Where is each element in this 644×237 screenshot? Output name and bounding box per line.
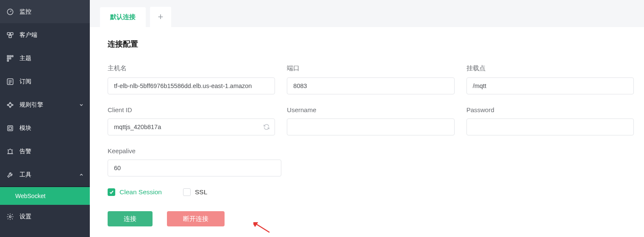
- sidebar-item-rule-engine[interactable]: 规则引擎: [0, 93, 90, 116]
- modules-icon: [6, 124, 14, 132]
- sidebar-item-label: 工具: [19, 171, 31, 179]
- input-client-id[interactable]: [108, 118, 275, 135]
- svg-rect-5: [7, 58, 8, 59]
- sidebar-item-tools[interactable]: 工具: [0, 163, 90, 186]
- sidebar-item-label: 监控: [19, 8, 31, 16]
- svg-rect-3: [9, 35, 11, 37]
- field-password: Password: [466, 106, 634, 135]
- label-client-id: Client ID: [108, 106, 275, 113]
- label-keepalive: Keepalive: [108, 147, 281, 154]
- sidebar-item-label: 模块: [19, 124, 31, 132]
- gauge-icon: [6, 8, 14, 16]
- tabs-bar: 默认连接 +: [90, 0, 644, 27]
- svg-rect-19: [9, 127, 11, 130]
- input-host[interactable]: [108, 77, 275, 94]
- checkbox-label: Clean Session: [119, 188, 162, 196]
- sidebar-item-monitor[interactable]: 监控: [0, 0, 90, 23]
- field-host: 主机名: [108, 64, 275, 94]
- checkbox-clean-session[interactable]: Clean Session: [108, 188, 162, 196]
- wrench-icon: [6, 171, 14, 179]
- chevron-up-icon: [79, 172, 84, 177]
- alarm-icon: [6, 147, 14, 156]
- section-title: 连接配置: [90, 39, 644, 49]
- field-client-id: Client ID: [108, 106, 275, 135]
- svg-point-15: [10, 102, 11, 104]
- svg-rect-9: [12, 55, 13, 57]
- network-icon: [6, 101, 14, 109]
- input-username[interactable]: [287, 118, 454, 135]
- sidebar-item-label: 主题: [19, 55, 31, 62]
- svg-line-22: [8, 149, 8, 150]
- clients-icon: [6, 31, 14, 39]
- chevron-down-icon: [79, 102, 84, 107]
- connection-panel: 连接配置 主机名 端口 挂载点 Client ID: [90, 27, 644, 237]
- sidebar-item-label: WebSocket: [15, 193, 45, 199]
- svg-rect-7: [10, 55, 11, 57]
- svg-point-24: [9, 215, 11, 218]
- sidebar-item-label: 告警: [19, 148, 31, 155]
- tab-default-connection[interactable]: 默认连接: [100, 7, 146, 27]
- checkbox-box-ssl: [183, 188, 191, 196]
- sidebar-item-clients[interactable]: 客户端: [0, 23, 90, 47]
- sidebar-item-subscriptions[interactable]: 订阅: [0, 70, 90, 93]
- sidebar-item-modules[interactable]: 模块: [0, 116, 90, 140]
- checkbox-box-clean-session: [108, 188, 115, 196]
- svg-point-14: [7, 104, 8, 105]
- svg-line-23: [12, 149, 13, 150]
- sidebar: 监控 客户端 主题 订阅 规则引擎 模块: [0, 0, 90, 237]
- gear-icon: [6, 212, 14, 221]
- input-password[interactable]: [466, 118, 634, 135]
- input-port[interactable]: [287, 77, 454, 94]
- sidebar-item-topics[interactable]: 主题: [0, 47, 90, 70]
- input-mountpoint[interactable]: [466, 77, 634, 94]
- checkbox-label: SSL: [195, 188, 207, 196]
- arrow-annotation-icon: [253, 222, 271, 234]
- sidebar-item-websocket[interactable]: WebSocket: [0, 186, 90, 205]
- svg-rect-18: [8, 126, 13, 131]
- label-port: 端口: [287, 64, 454, 72]
- sidebar-item-label: 客户端: [19, 31, 37, 39]
- svg-rect-6: [7, 60, 8, 61]
- input-keepalive[interactable]: [108, 160, 281, 176]
- svg-rect-2: [11, 33, 13, 35]
- svg-rect-4: [7, 55, 8, 57]
- label-host: 主机名: [108, 64, 275, 72]
- connect-button[interactable]: 连接: [108, 211, 153, 226]
- svg-rect-1: [7, 33, 10, 35]
- field-username: Username: [287, 106, 454, 135]
- field-mountpoint: 挂载点: [466, 64, 634, 94]
- sidebar-item-settings[interactable]: 设置: [0, 205, 90, 228]
- refresh-icon[interactable]: [263, 124, 270, 130]
- field-keepalive: Keepalive: [108, 147, 281, 176]
- topics-icon: [6, 54, 14, 63]
- svg-rect-8: [10, 58, 11, 59]
- label-password: Password: [466, 106, 634, 113]
- field-port: 端口: [287, 64, 454, 94]
- sidebar-item-label: 规则引擎: [19, 101, 43, 109]
- sidebar-item-label: 订阅: [19, 78, 31, 85]
- main-area: 默认连接 + 连接配置 主机名 端口 挂载点 Client ID: [90, 0, 644, 237]
- plus-icon: +: [158, 11, 164, 22]
- label-username: Username: [287, 106, 454, 113]
- subscriptions-icon: [6, 77, 14, 86]
- checkbox-ssl[interactable]: SSL: [183, 188, 207, 196]
- disconnect-button[interactable]: 断开连接: [167, 211, 225, 226]
- sidebar-item-label: 设置: [19, 213, 31, 220]
- svg-line-25: [256, 224, 269, 232]
- tab-add-button[interactable]: +: [150, 7, 171, 27]
- label-mountpoint: 挂载点: [466, 64, 634, 72]
- svg-point-16: [12, 104, 13, 105]
- svg-point-17: [10, 106, 11, 107]
- sidebar-item-alarms[interactable]: 告警: [0, 140, 90, 163]
